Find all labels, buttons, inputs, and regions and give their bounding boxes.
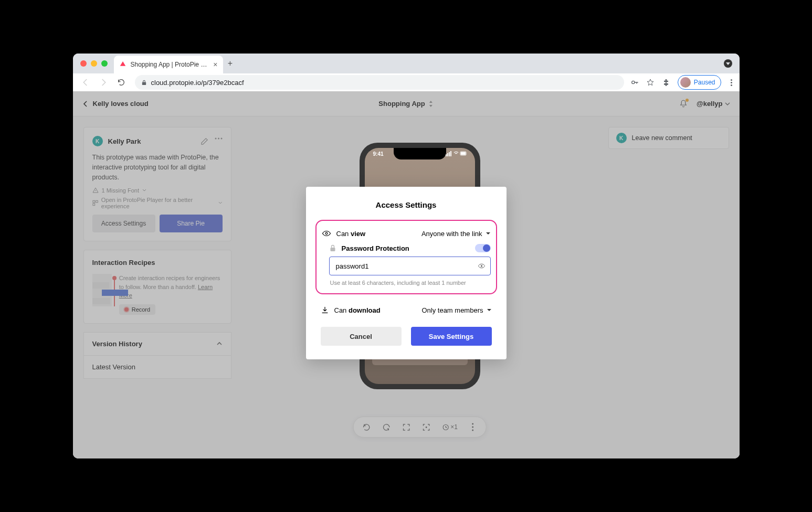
view-permission-value: Anyone with the link (421, 230, 482, 238)
highlight-annotation: Can view Anyone with the link Password P… (315, 220, 497, 294)
download-permission-row: Can download Only team members (321, 303, 492, 317)
svg-point-21 (480, 265, 482, 266)
signal-wifi-battery-icon (446, 151, 467, 156)
forward-button[interactable] (96, 75, 111, 90)
show-password-icon[interactable] (478, 262, 486, 270)
arrow-left-icon (81, 78, 90, 87)
address-bar: cloud.protopie.io/p/379e2bcacf Paused (73, 73, 740, 91)
modal-title: Access Settings (321, 200, 492, 209)
star-icon[interactable] (646, 78, 655, 87)
url-field[interactable]: cloud.protopie.io/p/379e2bcacf (135, 75, 624, 90)
app-content: Kelly loves cloud Shopping App @kellyp (73, 91, 740, 458)
svg-point-1 (631, 81, 634, 83)
phone-status-icons (446, 151, 467, 157)
browser-chrome: Shopping App | ProtoPie Cloud × + cloud.… (73, 54, 740, 91)
new-tab-button[interactable]: + (223, 56, 238, 71)
password-toggle[interactable] (475, 244, 491, 252)
notch-icon (394, 148, 446, 159)
close-window-icon[interactable] (80, 60, 87, 67)
svg-rect-10 (449, 152, 450, 156)
eye-icon (322, 229, 331, 238)
url-text: cloud.protopie.io/p/379e2bcacf (151, 79, 244, 87)
tab-bar: Shopping App | ProtoPie Cloud × + (73, 54, 740, 73)
extensions-icon[interactable] (662, 78, 670, 87)
svg-rect-8 (446, 154, 447, 156)
close-tab-icon[interactable]: × (213, 60, 217, 69)
lock-icon (141, 80, 147, 86)
svg-rect-9 (447, 153, 448, 156)
browser-menu-button[interactable] (729, 79, 734, 86)
svg-rect-0 (142, 82, 145, 85)
minimize-window-icon[interactable] (91, 60, 97, 67)
caret-down-icon (486, 231, 491, 236)
password-hint: Use at least 6 characters, including at … (329, 280, 491, 286)
tab-title: Shopping App | ProtoPie Cloud (131, 61, 209, 68)
avatar-icon (680, 77, 691, 88)
maximize-window-icon[interactable] (101, 60, 108, 67)
key-icon[interactable] (630, 78, 639, 87)
phone-time: 9:41 (373, 151, 384, 157)
reload-button[interactable] (114, 75, 129, 90)
download-icon (321, 306, 329, 314)
caret-down-icon (487, 307, 492, 313)
tab-overflow-icon[interactable] (724, 59, 732, 68)
profile-pill[interactable]: Paused (678, 75, 721, 90)
protopie-favicon-icon (119, 61, 126, 68)
svg-rect-20 (330, 248, 335, 251)
svg-rect-11 (450, 151, 451, 156)
arrow-right-icon (99, 78, 108, 87)
download-permission-value: Only team members (421, 306, 483, 314)
reload-icon (117, 78, 125, 87)
cancel-button[interactable]: Cancel (321, 327, 402, 346)
browser-window: Shopping App | ProtoPie Cloud × + cloud.… (73, 54, 740, 458)
view-permission-row: Can view Anyone with the link (322, 226, 491, 241)
browser-tab[interactable]: Shopping App | ProtoPie Cloud × (114, 56, 223, 73)
view-permission-dropdown[interactable]: Anyone with the link (421, 230, 491, 238)
lock-icon (329, 244, 336, 252)
password-input[interactable] (329, 257, 491, 275)
browser-toolbar-icons: Paused (630, 75, 734, 90)
access-settings-modal: Access Settings Can view Anyone with the… (306, 187, 507, 359)
download-permission-dropdown[interactable]: Only team members (421, 306, 491, 314)
back-button[interactable] (78, 75, 93, 90)
svg-point-19 (325, 232, 328, 234)
window-controls[interactable] (80, 60, 108, 67)
paused-label: Paused (694, 79, 715, 86)
svg-rect-13 (461, 152, 466, 155)
save-settings-button[interactable]: Save Settings (411, 327, 492, 346)
password-protection-label: Password Protection (329, 244, 409, 252)
